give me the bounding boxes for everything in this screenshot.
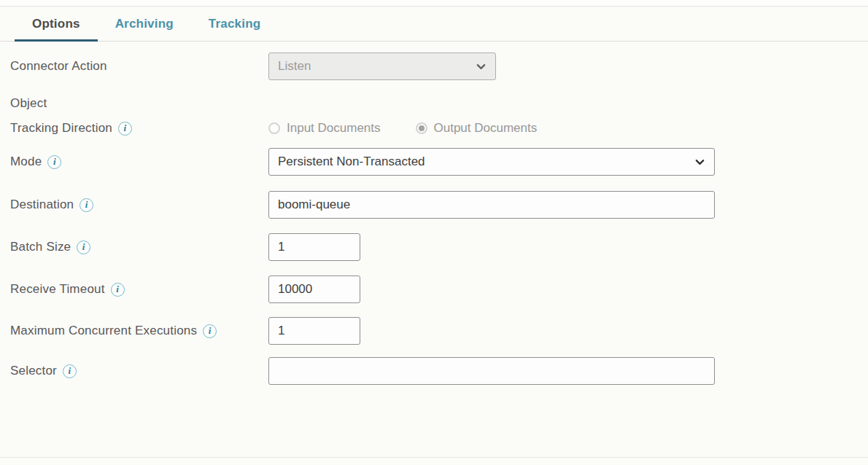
chevron-down-icon bbox=[694, 157, 705, 168]
info-icon[interactable]: i bbox=[118, 122, 132, 136]
tracking-direction-label: Tracking Direction i bbox=[10, 121, 268, 136]
radio-output-documents: Output Documents bbox=[416, 121, 538, 136]
radio-input-documents: Input Documents bbox=[268, 121, 381, 136]
destination-row: Destination i bbox=[10, 191, 858, 219]
radio-circle-unchecked bbox=[268, 122, 280, 134]
selector-input[interactable] bbox=[268, 357, 715, 385]
object-section-label: Object bbox=[10, 96, 268, 111]
mode-row: Mode i Persistent Non-Transacted bbox=[10, 148, 858, 176]
tracking-direction-row: Tracking Direction i Input Documents Out… bbox=[10, 117, 858, 139]
mode-label: Mode i bbox=[10, 155, 268, 169]
tab-tracking[interactable]: Tracking bbox=[191, 7, 279, 41]
tab-archiving[interactable]: Archiving bbox=[98, 7, 191, 41]
info-icon[interactable]: i bbox=[77, 241, 90, 254]
connector-action-select: Listen bbox=[268, 52, 496, 80]
batch-size-label: Batch Size i bbox=[10, 240, 268, 254]
tab-bar: Options Archiving Tracking bbox=[0, 7, 868, 42]
object-section-row: Object bbox=[10, 96, 858, 111]
info-icon[interactable]: i bbox=[80, 198, 93, 212]
tab-options[interactable]: Options bbox=[15, 7, 98, 41]
tab-options-label: Options bbox=[32, 17, 80, 31]
receive-timeout-input[interactable] bbox=[268, 276, 360, 303]
radio-output-documents-label: Output Documents bbox=[434, 121, 538, 136]
info-icon[interactable]: i bbox=[63, 364, 77, 378]
tab-tracking-label: Tracking bbox=[209, 17, 261, 31]
info-icon[interactable]: i bbox=[47, 155, 61, 169]
batch-size-row: Batch Size i bbox=[10, 233, 858, 261]
destination-label: Destination i bbox=[10, 198, 268, 212]
tracking-direction-radio-group: Input Documents Output Documents bbox=[268, 121, 537, 136]
options-form: Connector Action Listen Object Tracking … bbox=[0, 42, 868, 385]
tab-archiving-label: Archiving bbox=[115, 17, 174, 31]
connector-action-value: Listen bbox=[278, 59, 311, 74]
max-concurrent-executions-label: Maximum Concurrent Executions i bbox=[10, 324, 268, 338]
max-concurrent-executions-input[interactable] bbox=[268, 317, 360, 345]
top-divider bbox=[0, 0, 868, 7]
connector-action-label: Connector Action bbox=[10, 59, 268, 74]
receive-timeout-row: Receive Timeout i bbox=[10, 276, 858, 303]
radio-input-documents-label: Input Documents bbox=[287, 121, 381, 136]
batch-size-input[interactable] bbox=[268, 233, 360, 261]
connector-action-row: Connector Action Listen bbox=[10, 52, 858, 80]
bottom-divider bbox=[0, 457, 868, 458]
selector-label: Selector i bbox=[10, 364, 268, 378]
radio-circle-checked bbox=[416, 122, 427, 134]
max-concurrent-executions-row: Maximum Concurrent Executions i bbox=[10, 317, 858, 345]
info-icon[interactable]: i bbox=[111, 283, 125, 297]
info-icon[interactable]: i bbox=[203, 324, 217, 338]
mode-select[interactable]: Persistent Non-Transacted bbox=[268, 148, 715, 176]
receive-timeout-label: Receive Timeout i bbox=[10, 282, 268, 297]
mode-value: Persistent Non-Transacted bbox=[278, 155, 425, 169]
destination-input[interactable] bbox=[268, 191, 715, 219]
selector-row: Selector i bbox=[10, 357, 858, 385]
chevron-down-icon bbox=[476, 61, 487, 72]
